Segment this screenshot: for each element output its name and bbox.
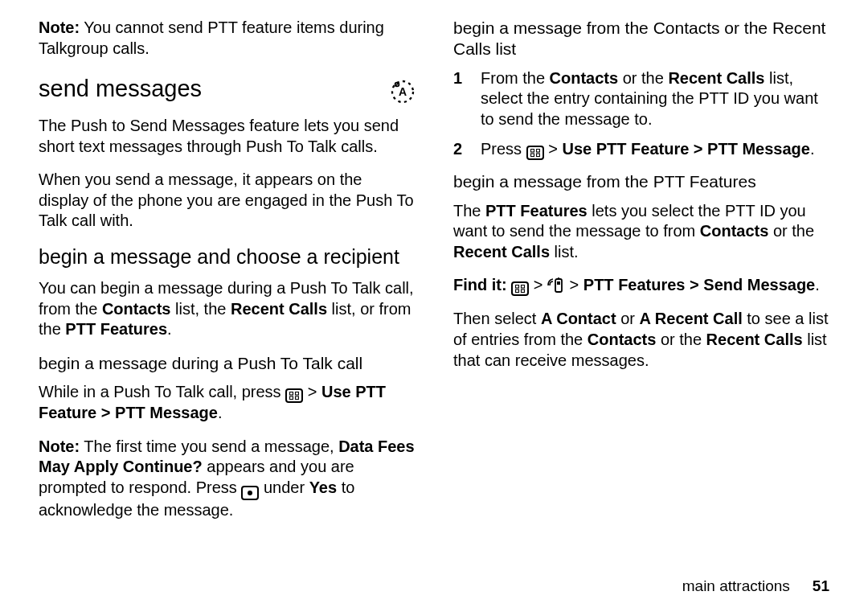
heading-begin-from-ptt-features: begin a message from the PTT Features bbox=[453, 171, 829, 192]
page: Note: You cannot send PTT feature items … bbox=[0, 0, 868, 616]
svg-rect-16 bbox=[522, 290, 525, 293]
svg-rect-14 bbox=[522, 285, 525, 289]
menu-key-icon bbox=[511, 281, 529, 296]
step-2: Press > Use PTT Feature > PTT Message. bbox=[453, 139, 829, 160]
note-ptt-talkgroup: Note: You cannot send PTT feature items … bbox=[39, 18, 415, 59]
svg-rect-10 bbox=[536, 150, 539, 153]
ptt-antenna-icon: A bbox=[391, 80, 415, 104]
svg-rect-13 bbox=[516, 285, 519, 289]
svg-rect-11 bbox=[530, 154, 534, 157]
heading-begin-choose-recipient: begin a message and choose a recipient bbox=[39, 244, 415, 269]
intro-paragraph-2: When you send a message, it appears on t… bbox=[39, 170, 415, 232]
menu-key-icon bbox=[285, 388, 303, 403]
svg-rect-12 bbox=[536, 154, 539, 157]
footer-section-label: main attractions bbox=[682, 577, 790, 595]
intro-paragraph-1: The Push to Send Messages feature lets y… bbox=[39, 116, 415, 157]
note-data-fees: Note: The first time you send a message,… bbox=[39, 437, 415, 521]
svg-rect-17 bbox=[555, 279, 562, 292]
heading-row-send-messages: send messages A bbox=[39, 72, 415, 111]
svg-rect-6 bbox=[296, 392, 299, 395]
heading-begin-from-contacts: begin a message from the Contacts or the… bbox=[453, 18, 829, 60]
dot-key-icon bbox=[241, 486, 259, 500]
content-columns: Note: You cannot send PTT feature items … bbox=[39, 18, 829, 565]
page-footer: main attractions 51 bbox=[682, 577, 829, 595]
svg-rect-18 bbox=[557, 281, 560, 285]
svg-text:A: A bbox=[399, 85, 407, 98]
page-number: 51 bbox=[813, 577, 829, 595]
ptt-phone-icon bbox=[547, 277, 565, 294]
note-label: Note: bbox=[39, 18, 80, 36]
find-it-line: Find it: > > PTT Features > Send Message… bbox=[453, 275, 829, 296]
menu-key-icon bbox=[526, 146, 544, 160]
begin-options-paragraph: You can begin a message during a Push To… bbox=[39, 278, 415, 340]
step-1: From the Contacts or the Recent Calls li… bbox=[453, 68, 829, 130]
steps-from-contacts: From the Contacts or the Recent Calls li… bbox=[453, 68, 829, 161]
then-select-paragraph: Then select A Contact or A Recent Call t… bbox=[453, 309, 829, 371]
note-label-2: Note: bbox=[39, 437, 80, 455]
svg-rect-9 bbox=[530, 150, 534, 153]
during-call-instruction: While in a Push To Talk call, press > Us… bbox=[39, 382, 415, 424]
note-text: You cannot send PTT feature items during… bbox=[39, 18, 384, 57]
svg-rect-5 bbox=[290, 392, 293, 395]
svg-rect-15 bbox=[516, 290, 519, 293]
svg-rect-8 bbox=[296, 396, 299, 400]
heading-begin-during-call: begin a message during a Push To Talk ca… bbox=[39, 353, 415, 374]
ptt-features-paragraph: The PTT Features lets you select the PTT… bbox=[453, 201, 829, 263]
svg-rect-7 bbox=[290, 396, 293, 400]
heading-send-messages: send messages bbox=[39, 75, 202, 103]
